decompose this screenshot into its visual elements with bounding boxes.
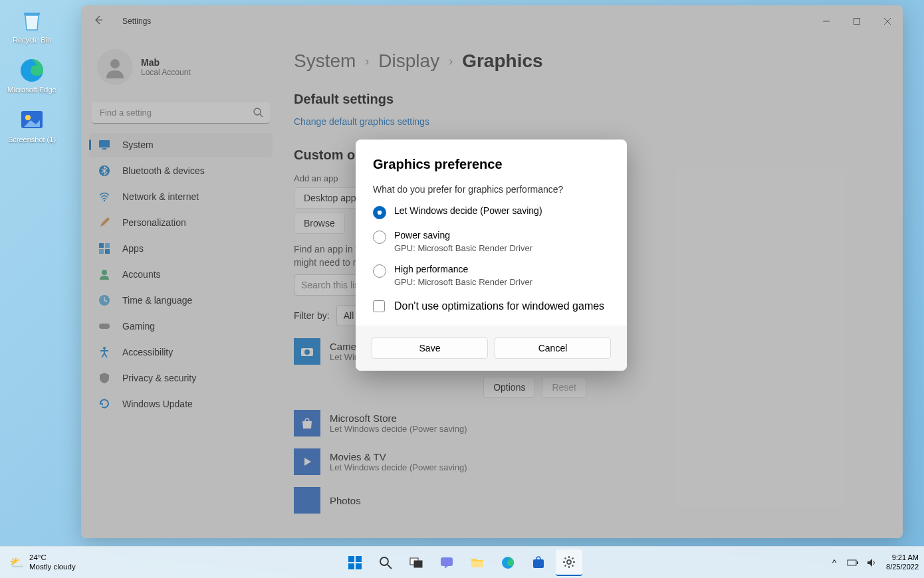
volume-icon[interactable] (864, 555, 879, 571)
svg-rect-34 (471, 561, 483, 567)
weather-icon: ⛅ (9, 555, 24, 570)
svg-rect-39 (857, 561, 858, 564)
weather-widget[interactable]: ⛅ 24°CMostly cloudy (0, 553, 76, 572)
image-icon (18, 106, 46, 134)
dialog-title: Graphics preference (373, 157, 610, 172)
graphics-preference-dialog: Graphics preference What do you prefer f… (356, 140, 627, 371)
radio-let-windows-decide[interactable]: Let Windows decide (Power saving) (373, 205, 610, 219)
radio-power-saving[interactable]: Power savingGPU: Microsoft Basic Render … (373, 230, 610, 253)
svg-rect-26 (356, 556, 362, 562)
dialog-question: What do you prefer for graphics performa… (373, 184, 610, 195)
screenshot-icon[interactable]: Screenshot (1) (5, 106, 58, 144)
chat-icon[interactable] (433, 549, 460, 576)
recycle-bin-icon[interactable]: Recycle Bin (5, 7, 58, 45)
edge-taskbar-icon[interactable] (495, 549, 521, 576)
radio-icon (373, 231, 386, 244)
svg-rect-0 (24, 13, 40, 15)
svg-point-37 (567, 560, 571, 564)
cancel-button[interactable]: Cancel (495, 337, 611, 359)
tray-chevron-icon[interactable]: ^ (826, 555, 842, 571)
svg-rect-27 (348, 563, 354, 569)
svg-rect-32 (414, 561, 422, 567)
radio-icon (373, 264, 386, 278)
svg-rect-36 (533, 559, 544, 568)
task-view[interactable] (403, 549, 429, 576)
svg-line-30 (388, 565, 392, 569)
taskbar-search[interactable] (372, 549, 399, 576)
desktop-icons: Recycle Bin Microsoft Edge Screenshot (1… (5, 7, 58, 157)
browser-icon (18, 56, 46, 84)
clock[interactable]: 9:21 AM8/25/2022 (886, 553, 919, 571)
radio-high-performance[interactable]: High performanceGPU: Microsoft Basic Ren… (373, 264, 610, 287)
store-taskbar-icon[interactable] (525, 549, 552, 576)
svg-rect-38 (848, 560, 856, 565)
save-button[interactable]: Save (372, 337, 488, 359)
checkbox-icon (373, 300, 385, 312)
svg-rect-28 (356, 563, 362, 569)
svg-rect-33 (441, 557, 453, 566)
checkbox-no-optimizations[interactable]: Don't use optimizations for windowed gam… (373, 300, 610, 312)
trash-icon (18, 7, 46, 35)
edge-icon[interactable]: Microsoft Edge (5, 56, 58, 94)
start-button[interactable] (342, 549, 368, 576)
taskbar: ⛅ 24°CMostly cloudy ^ 9:21 AM8/25/2022 (0, 546, 924, 578)
battery-icon[interactable] (845, 555, 861, 571)
svg-point-29 (380, 557, 388, 565)
settings-taskbar-icon[interactable] (556, 549, 582, 576)
explorer-icon[interactable] (464, 549, 491, 576)
svg-point-3 (25, 115, 31, 120)
svg-rect-25 (348, 556, 354, 562)
radio-icon (373, 206, 386, 219)
